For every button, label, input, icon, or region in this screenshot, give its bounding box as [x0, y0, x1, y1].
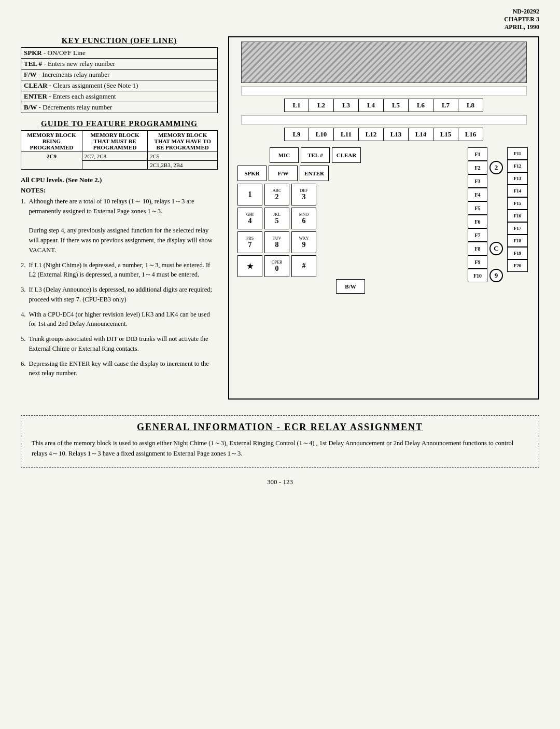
header-line3: APRIL, 1990	[504, 23, 539, 31]
l-btn-top-6[interactable]: L7	[433, 99, 458, 112]
np-key-1-0[interactable]: GHI4	[237, 208, 262, 229]
spkr-key[interactable]: SPKR	[237, 166, 267, 181]
notes-section: All CPU levels. (See Note 2.) NOTES: 1.A…	[21, 176, 218, 378]
np-key-label-2-2: 9	[302, 241, 306, 249]
np-key-3-0[interactable]: ★	[237, 255, 262, 277]
np-key-2-1[interactable]: TUV8	[264, 231, 289, 253]
f-mid-btn-1[interactable]: F2	[468, 161, 487, 174]
l-btn-top-7[interactable]: L8	[458, 99, 483, 112]
np-key-label-0-1: 2	[275, 193, 279, 201]
rp-inner: L1L2L3L4L5L6L7L8 L9L10L11L12L13L14L15L16	[229, 37, 538, 398]
f-right-btn-3[interactable]: F14	[507, 185, 528, 197]
notes-list: 1.Although there are a total of 10 relay…	[21, 197, 218, 378]
col2-row1: 2C7, 2C8	[82, 152, 147, 161]
np-key-2-0[interactable]: PRS7	[237, 231, 262, 253]
l-btn-top-5[interactable]: L6	[409, 99, 433, 112]
note-text-5: Depressing the ENTER key will cause the …	[29, 359, 218, 379]
f-right-buttons: F11F12F13F14F15F16F17F18F19F20	[507, 147, 530, 272]
key-function-row-0: SPKR - ON/OFF Line	[21, 48, 218, 59]
prog-col1-header: MEMORY BLOCK BEING PROGRAMMED	[21, 131, 82, 152]
f-right-btn-6[interactable]: F17	[507, 222, 528, 235]
note-num-5: 6.	[21, 359, 25, 379]
note-item-4: 5.Trunk groups associated with DIT or DI…	[21, 334, 218, 354]
fw-key[interactable]: F/W	[269, 166, 298, 181]
f-right-btn-9[interactable]: F20	[507, 259, 528, 272]
l-btn-top-3[interactable]: L4	[359, 99, 384, 112]
note-text-1: If L1 (Night Chime) is depressed, a numb…	[29, 260, 218, 280]
f-mid-btn-6[interactable]: F7	[468, 228, 487, 242]
note-item-3: 4.With a CPU-EC4 (or higher revision lev…	[21, 310, 218, 329]
l-btn-bottom-0[interactable]: L9	[284, 128, 309, 141]
l-btn-top-4[interactable]: L5	[384, 99, 409, 112]
row-spkr-fw-enter: SPKR F/W ENTER	[237, 166, 464, 181]
enter-key[interactable]: ENTER	[300, 166, 329, 181]
f-right-btn-7[interactable]: F18	[507, 235, 528, 247]
f-mid-btn-8[interactable]: F9	[468, 255, 487, 269]
tel-key[interactable]: TEL #	[301, 147, 330, 163]
guide-section: GUIDE TO FEATURE PROGRAMMING MEMORY BLOC…	[21, 119, 218, 170]
main-content: KEY FUNCTION (OFF LINE) SPKR - ON/OFF Li…	[21, 36, 539, 400]
l-btn-top-0[interactable]: L1	[284, 99, 309, 112]
f-mid-btn-4[interactable]: F5	[468, 201, 487, 215]
key-function-row-4: ENTER - Enters each assignment	[21, 91, 218, 102]
l-btn-bottom-4[interactable]: L13	[384, 128, 409, 141]
l-row-top: L1L2L3L4L5L6L7L8	[233, 99, 534, 112]
np-key-3-1[interactable]: OPER0	[264, 255, 289, 277]
np-key-0-0[interactable]: 1	[237, 184, 262, 205]
np-key-0-1[interactable]: ABC2	[264, 184, 289, 205]
f-right-btn-8[interactable]: F19	[507, 247, 528, 259]
l-btn-bottom-3[interactable]: L12	[359, 128, 384, 141]
f-mid-btn-5[interactable]: F6	[468, 215, 487, 228]
l-btn-bottom-2[interactable]: L11	[334, 128, 359, 141]
np-key-label-3-1: 0	[275, 265, 279, 273]
key-function-row-5: B/W - Decrements relay number	[21, 102, 218, 113]
f-mid-btn-0[interactable]: F1	[468, 147, 487, 161]
f-mid-row-6: F7	[468, 228, 503, 242]
page: ND-20292 CHAPTER 3 APRIL, 1990 KEY FUNCT…	[0, 0, 560, 729]
np-key-label-0-0: 1	[248, 190, 252, 199]
np-key-label-1-2: 6	[302, 217, 306, 225]
header-line1: ND-20292	[504, 8, 539, 16]
l-buttons-bottom: L9L10L11L12L13L14L15L16	[284, 128, 483, 141]
guide-title: GUIDE TO FEATURE PROGRAMMING	[21, 119, 218, 128]
note-item-0: 1.Although there are a total of 10 relay…	[21, 197, 218, 255]
f-mid-btn-3[interactable]: F4	[468, 188, 487, 201]
f-mid-btn-2[interactable]: F3	[468, 174, 487, 188]
note-item-1: 2.If L1 (Night Chime) is depressed, a nu…	[21, 260, 218, 280]
l-btn-top-2[interactable]: L3	[334, 99, 359, 112]
l-btn-bottom-5[interactable]: L14	[409, 128, 433, 141]
np-key-label-3-2: #	[302, 262, 306, 270]
f-mid-btn-7[interactable]: F8	[468, 242, 487, 255]
np-key-label-0-2: 3	[302, 193, 306, 201]
key-function-title: KEY FUNCTION (OFF LINE)	[21, 36, 218, 45]
mic-key[interactable]: MIC	[270, 147, 299, 163]
np-key-0-2[interactable]: DEF3	[291, 184, 316, 205]
l-btn-bottom-1[interactable]: L10	[309, 128, 334, 141]
general-info-text: This area of the memory block is used to…	[32, 438, 528, 459]
col3-row1: 2C5	[148, 152, 218, 161]
big-cell: 2C9	[21, 152, 82, 170]
bw-key[interactable]: B/W	[336, 279, 365, 294]
f-right-btn-4[interactable]: F15	[507, 197, 528, 210]
f-mid-buttons: F1F22F3F4F5F6F7F8CF9F109	[468, 147, 503, 282]
notes-title: NOTES:	[21, 186, 218, 195]
f-right-btn-1[interactable]: F12	[507, 160, 528, 172]
l-btn-bottom-7[interactable]: L16	[458, 128, 483, 141]
np-key-2-2[interactable]: WXY9	[291, 231, 316, 253]
f-mid-btn-9[interactable]: F10	[468, 269, 487, 282]
general-info-title: GENERAL INFORMATION - ECR RELAY ASSIGNME…	[32, 422, 528, 433]
l-btn-top-1[interactable]: L2	[309, 99, 334, 112]
clear-key[interactable]: CLEAR	[332, 147, 361, 163]
np-key-label-3-0: ★	[247, 262, 254, 271]
f-mid-row-2: F3	[468, 174, 503, 188]
np-key-1-2[interactable]: MNO6	[291, 208, 316, 229]
np-key-1-1[interactable]: JKL5	[264, 208, 289, 229]
keys-main: MIC TEL # CLEAR	[237, 147, 464, 294]
f-right-btn-5[interactable]: F16	[507, 210, 528, 222]
f-right-btn-2[interactable]: F13	[507, 172, 528, 185]
l-btn-bottom-6[interactable]: L15	[433, 128, 458, 141]
note-num-2: 3.	[21, 285, 25, 305]
np-key-3-2[interactable]: #	[291, 255, 316, 277]
f-right-btn-0[interactable]: F11	[507, 147, 528, 160]
l-row-bottom: L9L10L11L12L13L14L15L16	[233, 128, 534, 141]
